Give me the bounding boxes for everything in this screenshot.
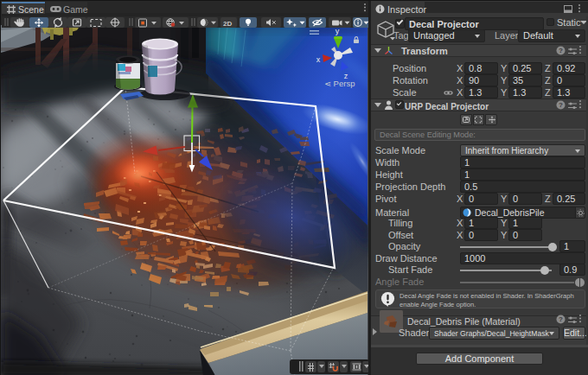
svg-text:⋖ Persp: ⋖ Persp: [324, 79, 355, 88]
svg-text:?: ?: [559, 47, 563, 54]
svg-text:?: ?: [559, 101, 563, 109]
svg-text:y: y: [336, 27, 340, 35]
svg-text:x: x: [316, 55, 321, 64]
svg-text:?: ?: [559, 315, 563, 323]
